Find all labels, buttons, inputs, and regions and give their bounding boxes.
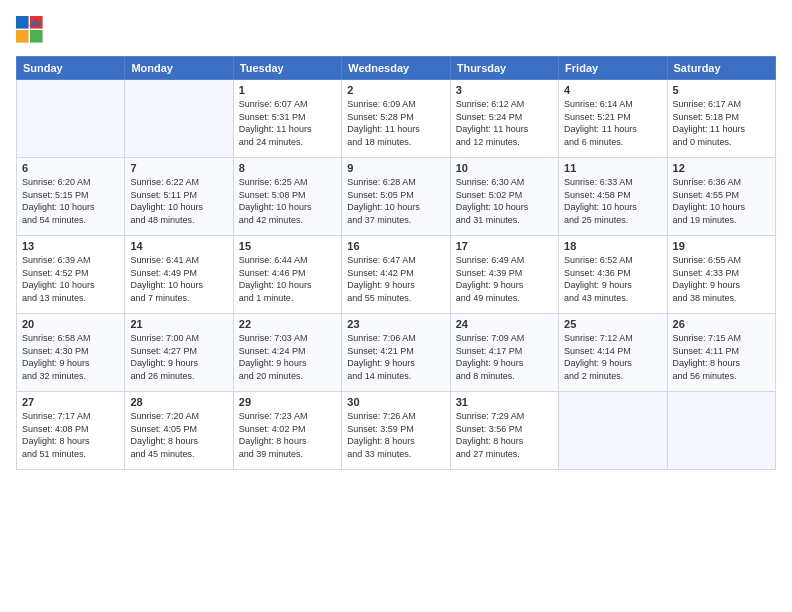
- calendar-cell: 22Sunrise: 7:03 AM Sunset: 4:24 PM Dayli…: [233, 314, 341, 392]
- day-detail: Sunrise: 6:09 AM Sunset: 5:28 PM Dayligh…: [347, 98, 444, 148]
- day-number: 24: [456, 318, 553, 330]
- calendar-cell: 10Sunrise: 6:30 AM Sunset: 5:02 PM Dayli…: [450, 158, 558, 236]
- calendar-cell: 11Sunrise: 6:33 AM Sunset: 4:58 PM Dayli…: [559, 158, 667, 236]
- day-detail: Sunrise: 7:06 AM Sunset: 4:21 PM Dayligh…: [347, 332, 444, 382]
- day-detail: Sunrise: 6:36 AM Sunset: 4:55 PM Dayligh…: [673, 176, 770, 226]
- day-detail: Sunrise: 6:44 AM Sunset: 4:46 PM Dayligh…: [239, 254, 336, 304]
- day-detail: Sunrise: 7:15 AM Sunset: 4:11 PM Dayligh…: [673, 332, 770, 382]
- day-number: 30: [347, 396, 444, 408]
- day-number: 14: [130, 240, 227, 252]
- day-detail: Sunrise: 6:47 AM Sunset: 4:42 PM Dayligh…: [347, 254, 444, 304]
- calendar-cell: 9Sunrise: 6:28 AM Sunset: 5:05 PM Daylig…: [342, 158, 450, 236]
- calendar-cell: 30Sunrise: 7:26 AM Sunset: 3:59 PM Dayli…: [342, 392, 450, 470]
- day-detail: Sunrise: 6:12 AM Sunset: 5:24 PM Dayligh…: [456, 98, 553, 148]
- svg-rect-3: [30, 30, 43, 43]
- day-number: 13: [22, 240, 119, 252]
- calendar-cell: 7Sunrise: 6:22 AM Sunset: 5:11 PM Daylig…: [125, 158, 233, 236]
- day-number: 27: [22, 396, 119, 408]
- weekday-header-sunday: Sunday: [17, 57, 125, 80]
- weekday-header-friday: Friday: [559, 57, 667, 80]
- day-number: 18: [564, 240, 661, 252]
- calendar-cell: 3Sunrise: 6:12 AM Sunset: 5:24 PM Daylig…: [450, 80, 558, 158]
- day-number: 17: [456, 240, 553, 252]
- day-number: 12: [673, 162, 770, 174]
- day-number: 25: [564, 318, 661, 330]
- day-detail: Sunrise: 6:22 AM Sunset: 5:11 PM Dayligh…: [130, 176, 227, 226]
- day-detail: Sunrise: 7:09 AM Sunset: 4:17 PM Dayligh…: [456, 332, 553, 382]
- day-number: 15: [239, 240, 336, 252]
- day-number: 10: [456, 162, 553, 174]
- calendar-cell: 31Sunrise: 7:29 AM Sunset: 3:56 PM Dayli…: [450, 392, 558, 470]
- day-detail: Sunrise: 7:20 AM Sunset: 4:05 PM Dayligh…: [130, 410, 227, 460]
- day-number: 26: [673, 318, 770, 330]
- day-detail: Sunrise: 6:55 AM Sunset: 4:33 PM Dayligh…: [673, 254, 770, 304]
- logo-icon: [16, 16, 44, 44]
- calendar-cell: 27Sunrise: 7:17 AM Sunset: 4:08 PM Dayli…: [17, 392, 125, 470]
- day-detail: Sunrise: 7:23 AM Sunset: 4:02 PM Dayligh…: [239, 410, 336, 460]
- calendar-cell: 1Sunrise: 6:07 AM Sunset: 5:31 PM Daylig…: [233, 80, 341, 158]
- day-number: 6: [22, 162, 119, 174]
- day-detail: Sunrise: 6:30 AM Sunset: 5:02 PM Dayligh…: [456, 176, 553, 226]
- calendar-cell: [125, 80, 233, 158]
- weekday-header-thursday: Thursday: [450, 57, 558, 80]
- day-detail: Sunrise: 6:07 AM Sunset: 5:31 PM Dayligh…: [239, 98, 336, 148]
- week-row-2: 6Sunrise: 6:20 AM Sunset: 5:15 PM Daylig…: [17, 158, 776, 236]
- day-detail: Sunrise: 6:41 AM Sunset: 4:49 PM Dayligh…: [130, 254, 227, 304]
- calendar-cell: 24Sunrise: 7:09 AM Sunset: 4:17 PM Dayli…: [450, 314, 558, 392]
- svg-rect-2: [16, 30, 29, 43]
- week-row-1: 1Sunrise: 6:07 AM Sunset: 5:31 PM Daylig…: [17, 80, 776, 158]
- calendar-cell: 2Sunrise: 6:09 AM Sunset: 5:28 PM Daylig…: [342, 80, 450, 158]
- day-number: 1: [239, 84, 336, 96]
- header: [16, 16, 776, 44]
- calendar-cell: [559, 392, 667, 470]
- day-detail: Sunrise: 6:28 AM Sunset: 5:05 PM Dayligh…: [347, 176, 444, 226]
- calendar-cell: 21Sunrise: 7:00 AM Sunset: 4:27 PM Dayli…: [125, 314, 233, 392]
- day-detail: Sunrise: 6:58 AM Sunset: 4:30 PM Dayligh…: [22, 332, 119, 382]
- logo: [16, 16, 48, 44]
- day-number: 21: [130, 318, 227, 330]
- calendar-cell: 5Sunrise: 6:17 AM Sunset: 5:18 PM Daylig…: [667, 80, 775, 158]
- day-detail: Sunrise: 6:14 AM Sunset: 5:21 PM Dayligh…: [564, 98, 661, 148]
- calendar-cell: 28Sunrise: 7:20 AM Sunset: 4:05 PM Dayli…: [125, 392, 233, 470]
- calendar-cell: 12Sunrise: 6:36 AM Sunset: 4:55 PM Dayli…: [667, 158, 775, 236]
- day-detail: Sunrise: 6:52 AM Sunset: 4:36 PM Dayligh…: [564, 254, 661, 304]
- calendar-cell: 16Sunrise: 6:47 AM Sunset: 4:42 PM Dayli…: [342, 236, 450, 314]
- calendar-cell: 18Sunrise: 6:52 AM Sunset: 4:36 PM Dayli…: [559, 236, 667, 314]
- calendar-cell: 23Sunrise: 7:06 AM Sunset: 4:21 PM Dayli…: [342, 314, 450, 392]
- day-detail: Sunrise: 6:17 AM Sunset: 5:18 PM Dayligh…: [673, 98, 770, 148]
- calendar-cell: 20Sunrise: 6:58 AM Sunset: 4:30 PM Dayli…: [17, 314, 125, 392]
- week-row-3: 13Sunrise: 6:39 AM Sunset: 4:52 PM Dayli…: [17, 236, 776, 314]
- calendar-table: SundayMondayTuesdayWednesdayThursdayFrid…: [16, 56, 776, 470]
- weekday-header-row: SundayMondayTuesdayWednesdayThursdayFrid…: [17, 57, 776, 80]
- day-number: 7: [130, 162, 227, 174]
- day-number: 19: [673, 240, 770, 252]
- week-row-4: 20Sunrise: 6:58 AM Sunset: 4:30 PM Dayli…: [17, 314, 776, 392]
- weekday-header-saturday: Saturday: [667, 57, 775, 80]
- calendar-cell: 26Sunrise: 7:15 AM Sunset: 4:11 PM Dayli…: [667, 314, 775, 392]
- day-number: 11: [564, 162, 661, 174]
- calendar-cell: [667, 392, 775, 470]
- calendar-cell: 4Sunrise: 6:14 AM Sunset: 5:21 PM Daylig…: [559, 80, 667, 158]
- day-number: 4: [564, 84, 661, 96]
- day-number: 20: [22, 318, 119, 330]
- page: SundayMondayTuesdayWednesdayThursdayFrid…: [0, 0, 792, 612]
- day-number: 9: [347, 162, 444, 174]
- weekday-header-wednesday: Wednesday: [342, 57, 450, 80]
- calendar-cell: 25Sunrise: 7:12 AM Sunset: 4:14 PM Dayli…: [559, 314, 667, 392]
- svg-rect-0: [16, 16, 29, 29]
- day-number: 29: [239, 396, 336, 408]
- calendar-cell: [17, 80, 125, 158]
- day-number: 3: [456, 84, 553, 96]
- day-detail: Sunrise: 6:39 AM Sunset: 4:52 PM Dayligh…: [22, 254, 119, 304]
- calendar-cell: 15Sunrise: 6:44 AM Sunset: 4:46 PM Dayli…: [233, 236, 341, 314]
- calendar-cell: 29Sunrise: 7:23 AM Sunset: 4:02 PM Dayli…: [233, 392, 341, 470]
- day-number: 8: [239, 162, 336, 174]
- day-number: 31: [456, 396, 553, 408]
- day-number: 16: [347, 240, 444, 252]
- week-row-5: 27Sunrise: 7:17 AM Sunset: 4:08 PM Dayli…: [17, 392, 776, 470]
- day-detail: Sunrise: 7:29 AM Sunset: 3:56 PM Dayligh…: [456, 410, 553, 460]
- day-detail: Sunrise: 6:20 AM Sunset: 5:15 PM Dayligh…: [22, 176, 119, 226]
- day-detail: Sunrise: 7:00 AM Sunset: 4:27 PM Dayligh…: [130, 332, 227, 382]
- calendar-cell: 19Sunrise: 6:55 AM Sunset: 4:33 PM Dayli…: [667, 236, 775, 314]
- calendar-cell: 6Sunrise: 6:20 AM Sunset: 5:15 PM Daylig…: [17, 158, 125, 236]
